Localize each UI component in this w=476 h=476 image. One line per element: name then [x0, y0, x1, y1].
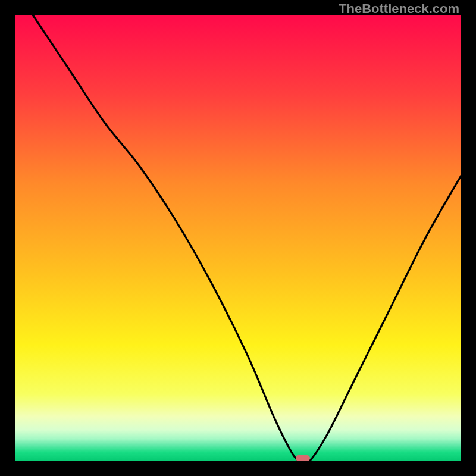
optimal-marker — [296, 455, 310, 462]
outer-frame: TheBottleneck.com — [0, 0, 476, 476]
plot-area — [15, 15, 461, 461]
bottleneck-curve-path — [33, 15, 461, 461]
watermark-text: TheBottleneck.com — [339, 1, 459, 17]
curve-svg — [15, 15, 461, 461]
